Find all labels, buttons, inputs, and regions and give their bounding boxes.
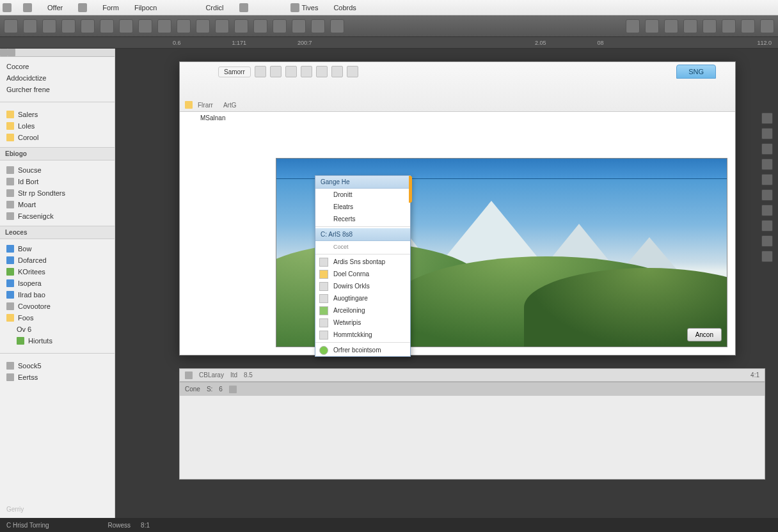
doc-tool-icon[interactable] [331,66,343,77]
tool-button[interactable] [119,19,133,33]
bottom-footer-item[interactable]: Cone [185,386,200,393]
tool-button[interactable] [626,19,640,33]
menu-item[interactable] [19,2,36,13]
tool-button[interactable] [664,19,678,33]
context-menu-item[interactable]: Ardis Sns sbontap [315,256,410,268]
tool-button[interactable] [196,19,210,33]
tool-button[interactable] [61,19,75,33]
rtool-button[interactable] [761,205,773,216]
tool-button[interactable] [273,19,287,33]
menu-item[interactable]: Cobrds [329,3,360,13]
document-tab-active[interactable]: SNG [676,65,716,79]
rtool-button[interactable] [761,113,773,124]
rtool-button[interactable] [761,251,773,262]
tool-button[interactable] [703,19,717,33]
tool-button[interactable] [100,19,114,33]
tool-button[interactable] [4,19,18,33]
panel-item[interactable]: Eertss [0,372,115,383]
tree-item[interactable]: KOritees [0,266,115,278]
context-menu-item[interactable]: Auogtingare [315,292,410,304]
tool-button[interactable] [138,19,152,33]
menu-item[interactable] [235,2,252,13]
context-menu-item[interactable]: Arceiloning [315,304,410,317]
context-menu-item[interactable]: Dronitt [315,189,410,201]
bottom-tab[interactable]: CBLaray [199,372,224,379]
context-menu-item[interactable]: Eleatrs [315,201,410,213]
rtool-button[interactable] [761,159,773,170]
tab-icon[interactable] [185,372,193,379]
tool-button[interactable] [683,19,697,33]
tool-button[interactable] [23,19,37,33]
doc-tool-icon[interactable] [301,66,312,77]
rtool-button[interactable] [761,128,773,139]
doc-tool-icon[interactable] [285,66,297,77]
context-menu-item[interactable]: Dowirs Orkls [315,280,410,292]
context-menu-item[interactable]: Wetwripis [315,317,410,329]
tree-item[interactable]: Moart [0,199,115,210]
tree-item[interactable]: Isopera [0,278,115,289]
menu-item[interactable]: Tives [287,2,322,13]
menubar: Offer Form Filpocn Crdicl Tives Cobrds [0,0,778,15]
tree-item[interactable]: Str rp Sondters [0,187,115,199]
bottom-footer-item[interactable]: 6 [219,386,223,393]
tool-button[interactable] [645,19,659,33]
tool-button[interactable] [330,19,344,33]
panel-item[interactable]: Salers [0,109,115,120]
tool-button[interactable] [311,19,325,33]
panel-item[interactable]: Loles [0,120,115,132]
tree-item[interactable]: Soucse [0,164,115,176]
panel-item[interactable]: Cocore [0,61,115,72]
tool-button[interactable] [42,19,56,33]
tool-button[interactable] [177,19,191,33]
bottom-tab[interactable]: Itd [230,372,237,379]
menu-item[interactable]: Form [99,3,123,13]
tool-button[interactable] [292,19,306,33]
tree-subitem[interactable]: Ov 6 [0,324,115,335]
panel-item[interactable]: Soock5 [0,360,115,372]
tool-button[interactable] [81,19,95,33]
tree-item[interactable]: Covootore [0,301,115,312]
bottom-footer-item[interactable]: S: [207,386,212,393]
panel-item[interactable]: Gurcher frene [0,84,115,95]
panel-item[interactable]: Addocidctize [0,72,115,84]
tool-button[interactable] [741,19,755,33]
tool-button[interactable] [215,19,229,33]
doc-tool-icon[interactable] [270,66,282,77]
rtool-button[interactable] [761,235,773,247]
menu-item[interactable]: Crdicl [202,3,227,13]
menu-item[interactable] [74,2,91,13]
menu-item[interactable]: Offer [44,3,67,13]
menu-item[interactable]: Filpocn [131,3,161,13]
context-menu-item[interactable]: Hommtckking [315,329,410,341]
rtool-button[interactable] [761,189,773,201]
tool-button[interactable] [157,19,171,33]
tree-subitem[interactable]: Hiortuts [0,335,115,347]
context-menu-item[interactable]: Doel Conrna [315,268,410,280]
context-menu-item[interactable]: Recerts [315,213,410,225]
doc-button[interactable]: Samorr [218,66,251,77]
rtool-button[interactable] [761,143,773,155]
doc-tool-icon[interactable] [255,66,266,77]
tree-item[interactable]: Id Bort [0,176,115,187]
item-icon [17,337,24,345]
tool-button[interactable] [234,19,248,33]
footer-icon[interactable] [229,386,237,393]
doc-tool-icon[interactable] [347,66,358,77]
tree-item[interactable]: Facsenigck [0,210,115,222]
bottom-tab[interactable]: 8.5 [244,372,253,379]
panel-item[interactable]: Corool [0,132,115,143]
tree-item[interactable]: Bow [0,243,115,254]
tool-button[interactable] [253,19,267,33]
tool-button[interactable] [760,19,774,33]
tab-icon[interactable] [8,49,15,56]
context-menu-item[interactable]: Orfrer bcointsom [315,344,410,356]
tree-item[interactable]: Dofarced [0,254,115,266]
rtool-button[interactable] [761,174,773,185]
tab-icon[interactable] [0,49,8,56]
tool-button[interactable] [722,19,736,33]
tree-item[interactable]: Foos [0,312,115,324]
tree-item[interactable]: Ilrad bao [0,289,115,301]
rtool-button[interactable] [761,220,773,231]
artwork-action-button[interactable]: Ancon [687,328,722,341]
doc-tool-icon[interactable] [316,66,328,77]
